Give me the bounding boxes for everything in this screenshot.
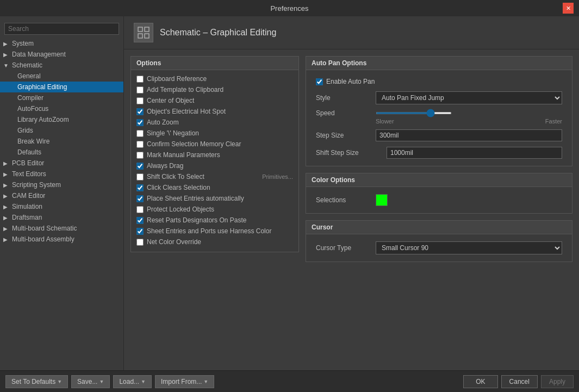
- search-wrap: [0, 20, 123, 38]
- sidebar-item-label: AutoFocus: [17, 105, 48, 113]
- arrow-icon: ▶: [3, 171, 10, 177]
- shift-step-input[interactable]: [387, 147, 562, 159]
- checkbox-place-sheet[interactable]: [136, 195, 144, 202]
- content-header: Schematic – Graphical Editing: [124, 16, 579, 49]
- label-center-of-object: Center of Object: [147, 97, 194, 104]
- sidebar-item-label: Text Editors: [12, 170, 46, 178]
- import-from-label: Import From...: [161, 378, 202, 385]
- sidebar-item-label: Data Management: [12, 51, 66, 58]
- sidebar-item-cam-editor[interactable]: ▶ CAM Editor: [0, 190, 123, 201]
- color-options-section: Color Options Selections: [306, 173, 572, 214]
- cancel-button[interactable]: Cancel: [501, 375, 538, 388]
- checkbox-sheet-entries-harness[interactable]: [136, 228, 144, 235]
- save-button[interactable]: Save... ▼: [71, 375, 110, 388]
- label-reset-designators: Reset Parts Designators On Paste: [147, 216, 246, 224]
- sidebar-item-label: Multi-board Assembly: [12, 235, 74, 243]
- selections-label: Selections: [316, 196, 370, 204]
- checkbox-single-negation[interactable]: [136, 130, 144, 137]
- sidebar-item-system[interactable]: ▶ System: [0, 38, 123, 49]
- primitives-link[interactable]: Primitives...: [262, 173, 293, 180]
- sidebar-item-compiler[interactable]: Compiler: [0, 92, 123, 103]
- sidebar-item-multi-board-assembly[interactable]: ▶ Multi-board Assembly: [0, 234, 123, 245]
- sidebar-item-label: Grids: [17, 127, 33, 134]
- selections-color-swatch[interactable]: [376, 194, 388, 206]
- checkbox-confirm-selection[interactable]: [136, 141, 144, 148]
- checkbox-electrical-hot-spot[interactable]: [136, 108, 144, 115]
- checkbox-always-drag[interactable]: [136, 163, 144, 170]
- checkbox-clipboard-ref[interactable]: [136, 76, 144, 83]
- label-click-clears: Click Clears Selection: [147, 184, 210, 191]
- sidebar-item-text-editors[interactable]: ▶ Text Editors: [0, 169, 123, 179]
- set-to-defaults-button[interactable]: Set To Defaults ▼: [5, 375, 68, 388]
- arrow-icon: ▼: [3, 63, 10, 69]
- option-protect-locked: Protect Locked Objects: [136, 204, 293, 215]
- options-section: Options Clipboard Reference Add Template…: [130, 56, 299, 252]
- checkbox-center-of-object[interactable]: [136, 97, 144, 104]
- checkbox-net-color-override[interactable]: [136, 239, 144, 246]
- cursor-section: Cursor Cursor Type Small Cursor 90 Small…: [306, 220, 572, 262]
- speed-slower-label: Slower: [376, 118, 394, 125]
- checkbox-reset-designators[interactable]: [136, 217, 144, 224]
- sidebar-item-label: Break Wire: [17, 138, 49, 145]
- import-from-button[interactable]: Import From... ▼: [155, 375, 214, 388]
- sidebar-item-label: Defaults: [17, 148, 41, 156]
- shift-step-row: Shift Step Size: [312, 144, 566, 161]
- cursor-type-select[interactable]: Small Cursor 90 Small Cursor 45 Large Cu…: [376, 241, 562, 254]
- search-input[interactable]: [4, 23, 119, 35]
- sidebar-item-break-wire[interactable]: Break Wire: [0, 136, 123, 147]
- arrow-icon: ▶: [3, 193, 10, 199]
- arrow-icon: ▶: [3, 215, 10, 221]
- ok-button[interactable]: OK: [463, 375, 497, 388]
- step-size-input[interactable]: [376, 129, 562, 141]
- label-electrical-hot-spot: Object's Electrical Hot Spot: [147, 108, 226, 115]
- cursor-content: Cursor Type Small Cursor 90 Small Cursor…: [306, 234, 572, 262]
- sidebar-item-schematic[interactable]: ▼ Schematic: [0, 60, 123, 71]
- shift-step-label: Shift Step Size: [316, 149, 381, 157]
- sidebar-item-graphical-editing[interactable]: Graphical Editing: [0, 82, 123, 92]
- titlebar: Preferences ✕: [0, 0, 579, 16]
- load-button[interactable]: Load... ▼: [113, 375, 152, 388]
- checkbox-click-clears[interactable]: [136, 184, 144, 191]
- footer: Set To Defaults ▼ Save... ▼ Load... ▼ Im…: [0, 370, 579, 392]
- right-panel: Auto Pan Options Enable Auto Pan Style A…: [306, 56, 572, 364]
- label-enable-autopan: Enable Auto Pan: [326, 78, 375, 85]
- checkbox-mark-manual[interactable]: [136, 152, 144, 159]
- checkbox-add-template[interactable]: [136, 86, 144, 94]
- sidebar-item-label: Simulation: [12, 203, 42, 210]
- checkbox-protect-locked[interactable]: [136, 206, 144, 213]
- sidebar-item-general[interactable]: General: [0, 71, 123, 82]
- sidebar-item-draftsman[interactable]: ▶ Draftsman: [0, 212, 123, 223]
- selections-row: Selections: [312, 191, 566, 209]
- style-select[interactable]: Auto Pan Fixed Jump Auto Pan ReCenter Ad…: [376, 91, 562, 104]
- option-sheet-entries-harness: Sheet Entries and Ports use Harness Colo…: [136, 226, 293, 237]
- dialog-title: Preferences: [16, 4, 563, 13]
- speed-slider[interactable]: [376, 112, 452, 114]
- label-add-template: Add Template to Clipboard: [147, 86, 223, 94]
- checkbox-enable-autopan[interactable]: [316, 78, 323, 85]
- style-label: Style: [316, 94, 370, 102]
- option-always-drag: Always Drag: [136, 160, 293, 171]
- sidebar-item-data-management[interactable]: ▶ Data Management: [0, 49, 123, 60]
- sidebar-item-scripting-system[interactable]: ▶ Scripting System: [0, 179, 123, 190]
- svg-rect-1: [145, 27, 149, 32]
- apply-button[interactable]: Apply: [541, 375, 574, 388]
- speed-label-row: Speed: [316, 109, 562, 117]
- sidebar-item-label: General: [17, 72, 41, 80]
- sidebar-item-multi-board-schematic[interactable]: ▶ Multi-board Schematic: [0, 223, 123, 234]
- close-button[interactable]: ✕: [563, 3, 574, 14]
- sidebar-item-simulation[interactable]: ▶ Simulation: [0, 201, 123, 212]
- color-options-content: Selections: [306, 187, 572, 213]
- content-body: Options Clipboard Reference Add Template…: [124, 49, 579, 370]
- option-mark-manual: Mark Manual Parameters: [136, 150, 293, 160]
- option-shift-click: Shift Click To Select Primitives...: [136, 171, 293, 182]
- sidebar-item-defaults[interactable]: Defaults: [0, 147, 123, 158]
- sidebar-item-label: Compiler: [17, 94, 43, 102]
- save-label: Save...: [77, 378, 97, 385]
- sidebar-item-grids[interactable]: Grids: [0, 125, 123, 136]
- sidebar-item-pcb-editor[interactable]: ▶ PCB Editor: [0, 158, 123, 169]
- slider-wrap: [376, 112, 452, 114]
- sidebar-item-autofocus[interactable]: AutoFocus: [0, 103, 123, 114]
- sidebar-item-library-autozoom[interactable]: Library AutoZoom: [0, 114, 123, 125]
- checkbox-auto-zoom[interactable]: [136, 119, 144, 126]
- checkbox-shift-click[interactable]: [136, 173, 144, 181]
